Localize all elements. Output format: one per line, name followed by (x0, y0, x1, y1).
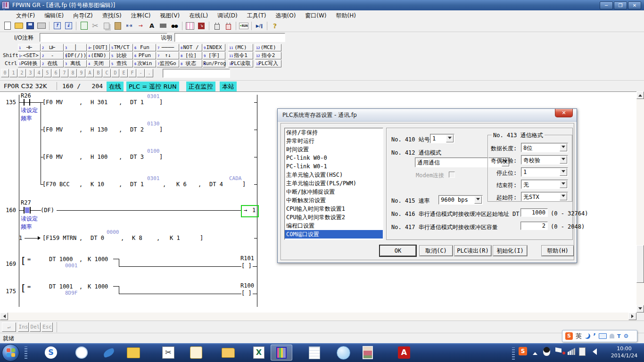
fkey-plc-read[interactable]: 11PLC读取 (228, 60, 253, 67)
exit-monitor-icon[interactable]: ↘ (196, 21, 206, 31)
close-button[interactable]: ✕ (628, 1, 641, 9)
esc-key-button[interactable]: Esc (41, 322, 53, 332)
punctuation-icon[interactable]: ’ (593, 332, 596, 341)
soft-keyboard-icon[interactable] (599, 333, 607, 339)
ime-language-toggle[interactable]: 英 (576, 332, 582, 340)
scroll-down-button[interactable] (636, 305, 644, 313)
text-tool-icon[interactable]: A (147, 21, 157, 31)
start-button[interactable] (2, 344, 19, 362)
jump-icon[interactable]: → (135, 21, 146, 31)
skin-icon[interactable]: T (617, 333, 621, 339)
list-item[interactable]: PC-link W0-0 (285, 154, 383, 162)
taskbar-thunderbird-icon[interactable] (98, 345, 120, 361)
hexkey-e[interactable]: E (120, 69, 128, 77)
header-combo[interactable]: 无STX (521, 192, 568, 201)
list-item[interactable]: 主单元输入设置(HSC) (285, 171, 383, 179)
fkey-out[interactable]: 4-[OUT] (87, 44, 110, 51)
list-item[interactable]: 中断触发沿设置 (285, 196, 383, 205)
fkey-online[interactable]: 2在线 (41, 60, 64, 67)
fkey-close[interactable]: 4关闭 (87, 60, 110, 67)
fkey-contact[interactable]: 1⊣⊢ (18, 44, 41, 51)
plc-read-button[interactable]: PLC读出(R) (454, 246, 491, 256)
taskbar-mail-icon[interactable] (123, 345, 144, 361)
fkey-status[interactable]: 8状态 (180, 60, 202, 67)
station-number-combo[interactable]: 1 (430, 134, 454, 143)
tray-clock[interactable]: 10:00 2014/1/24 (606, 345, 642, 359)
data-length-combo[interactable]: 8位 (521, 143, 568, 152)
minimize-button[interactable]: ─ (600, 1, 613, 9)
terminator-combo[interactable]: 无 (521, 180, 568, 189)
copy-icon[interactable] (101, 21, 112, 31)
sogou-logo-icon[interactable]: S (565, 332, 573, 340)
chevron-down-icon[interactable] (560, 156, 567, 164)
cut-icon[interactable]: ✂ (90, 21, 100, 31)
chevron-down-icon[interactable] (446, 135, 454, 142)
chevron-down-icon[interactable] (560, 193, 567, 200)
stop-bit-combo[interactable]: 1 (521, 167, 568, 177)
fkey-next-win[interactable]: 6次Win (133, 60, 156, 67)
list-item[interactable]: 中断/脉冲捕捉设置 (285, 188, 383, 196)
fkey-hline[interactable]: 7──── (157, 44, 179, 51)
open-file-icon[interactable] (14, 21, 24, 31)
hexkey-minus[interactable]: - (137, 69, 145, 77)
hexkey-7[interactable]: 7 (60, 69, 68, 77)
description-input[interactable] (174, 33, 285, 42)
download-program-icon[interactable]: ↓ (63, 21, 74, 31)
list-item[interactable]: 主单元输出设置(PLS/PWM) (285, 179, 383, 188)
fkey-reset[interactable]: 2-<RESET> (41, 52, 64, 59)
initialize-button[interactable]: 初始化(I) (493, 246, 527, 256)
io-comment-input[interactable] (40, 33, 167, 42)
select-mode-icon[interactable] (79, 21, 89, 31)
scroll-left-button[interactable] (0, 313, 8, 320)
tray-sogou-icon[interactable]: S (519, 347, 527, 355)
hexkey-0[interactable]: 0 (1, 69, 9, 77)
hexkey-3[interactable]: 3 (26, 69, 34, 77)
list-item[interactable]: CPU输入时间常数设置1 (285, 205, 383, 213)
fkey-vline[interactable]: 3│ (64, 44, 87, 51)
hexkey-9[interactable]: 9 (77, 69, 85, 77)
tray-network-flag-icon[interactable] (555, 347, 561, 355)
hexkey-d[interactable]: D (111, 69, 119, 77)
find-icon[interactable]: ●● (169, 21, 180, 31)
fkey-mce[interactable]: 12(MCE) (255, 44, 281, 51)
fkey-offline[interactable]: 3离线 (64, 60, 87, 67)
list-item[interactable]: 编程口设置 (285, 222, 383, 230)
taskbar-fpwin-gr-icon[interactable] (271, 345, 292, 361)
paste-icon[interactable] (113, 21, 123, 31)
taskbar-file-manager-icon[interactable] (217, 345, 239, 361)
dialog-close-button[interactable]: ✕ (555, 109, 573, 117)
taskbar-safari-icon[interactable] (71, 345, 92, 361)
fkey-plc-write[interactable]: 12PLC写入 (255, 60, 281, 67)
ins-key-button[interactable]: Ins (18, 322, 29, 332)
tray-qq-penguin-icon[interactable] (543, 347, 550, 356)
del-key-button[interactable]: Del (30, 322, 41, 332)
run-mode-icon[interactable]: •RUN (239, 21, 249, 31)
list-item[interactable]: CPU输入时间常数设置2 (285, 213, 383, 222)
save-icon[interactable] (25, 21, 35, 31)
buffer-capacity-input[interactable]: 2 (520, 222, 548, 230)
new-file-icon[interactable] (2, 21, 13, 31)
register-category-list[interactable]: 保持/非保持 异常时运行 时间设置 PC-link W0-0 PC-link W… (284, 128, 383, 240)
chevron-down-icon[interactable] (560, 168, 567, 176)
hexkey-a[interactable]: A (86, 69, 94, 77)
offline-plug-icon[interactable] (212, 21, 222, 31)
online-plug-icon[interactable] (223, 21, 233, 31)
run-prog-toggle-icon[interactable]: ▶/‖ (254, 21, 264, 31)
fkey-word[interactable]: 9[字] (203, 52, 225, 59)
print-icon[interactable] (36, 21, 47, 31)
hexkey-c[interactable]: C (103, 69, 111, 77)
help-button[interactable]: 帮助(H) (542, 246, 574, 256)
list-item[interactable]: PC-link W0-1 (285, 162, 383, 171)
hexkey-8[interactable]: 8 (69, 69, 77, 77)
fkey-bit[interactable]: 8[位] (180, 52, 202, 59)
fkey-index[interactable]: 9INDEX (203, 44, 225, 51)
fkey-fun[interactable]: 6Fun (133, 44, 156, 51)
hexkey-f[interactable]: F (128, 69, 136, 77)
restore-button[interactable]: ❐ (614, 1, 627, 9)
enter-key-button[interactable]: ↵ (2, 322, 16, 332)
fkey-tmct[interactable]: 5TM/CT (110, 44, 133, 51)
list-item[interactable]: 保持/非保持 (285, 128, 383, 137)
hexkey-6[interactable]: 6 (52, 69, 60, 77)
fkey-inst2[interactable]: 12指令2 (255, 52, 281, 59)
taskbar-sogou-browser-icon[interactable]: S (40, 345, 62, 361)
